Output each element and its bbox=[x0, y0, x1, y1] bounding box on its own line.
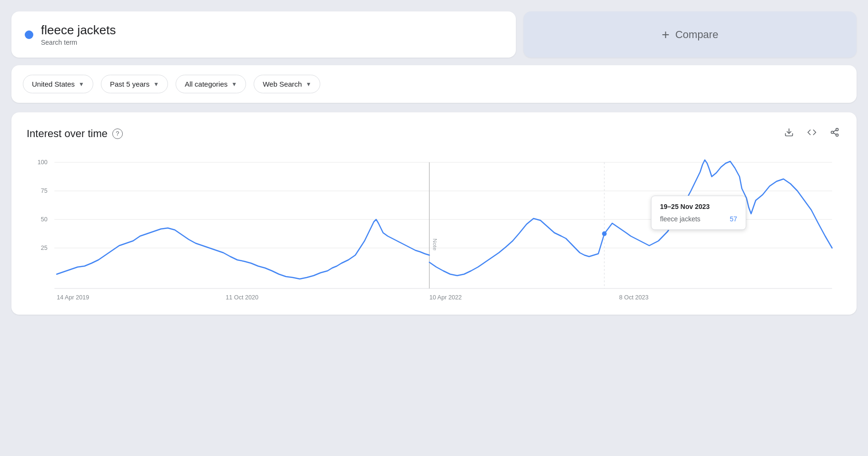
search-dot bbox=[25, 30, 33, 39]
search-card: fleece jackets Search term bbox=[11, 11, 516, 58]
svg-text:Note: Note bbox=[432, 238, 438, 251]
svg-text:11 Oct 2020: 11 Oct 2020 bbox=[226, 294, 258, 301]
svg-text:8 Oct 2023: 8 Oct 2023 bbox=[619, 294, 649, 301]
search-label: Search term bbox=[41, 39, 116, 46]
category-chevron-icon: ▼ bbox=[231, 81, 237, 88]
search-type-chevron-icon: ▼ bbox=[306, 81, 311, 88]
svg-text:10 Apr 2022: 10 Apr 2022 bbox=[429, 294, 462, 301]
svg-text:100: 100 bbox=[38, 159, 48, 166]
search-term: fleece jackets bbox=[41, 23, 116, 38]
compare-card[interactable]: + Compare bbox=[523, 11, 857, 58]
category-filter[interactable]: All categories ▼ bbox=[176, 75, 246, 93]
region-filter[interactable]: United States ▼ bbox=[23, 75, 93, 93]
chart-container: 100 75 50 25 14 Apr 2019 11 Oct 2020 10 … bbox=[27, 153, 841, 305]
time-chevron-icon: ▼ bbox=[153, 81, 159, 88]
search-type-filter-label: Web Search bbox=[263, 80, 302, 88]
svg-text:25: 25 bbox=[41, 244, 48, 251]
time-filter[interactable]: Past 5 years ▼ bbox=[101, 75, 168, 93]
svg-line-4 bbox=[833, 133, 836, 134]
download-button[interactable] bbox=[782, 126, 796, 141]
svg-text:75: 75 bbox=[41, 187, 48, 194]
chart-svg: 100 75 50 25 14 Apr 2019 11 Oct 2020 10 … bbox=[27, 153, 841, 305]
filters-card: United States ▼ Past 5 years ▼ All categ… bbox=[11, 65, 857, 103]
chart-actions bbox=[782, 126, 841, 141]
search-type-filter[interactable]: Web Search ▼ bbox=[254, 75, 320, 93]
compare-plus-icon: + bbox=[662, 27, 670, 42]
svg-text:50: 50 bbox=[41, 216, 48, 223]
help-icon[interactable]: ? bbox=[112, 129, 123, 139]
compare-label: Compare bbox=[675, 29, 718, 41]
svg-point-22 bbox=[602, 231, 607, 236]
search-text-group: fleece jackets Search term bbox=[41, 23, 116, 46]
chart-card: Interest over time ? bbox=[11, 112, 857, 315]
region-chevron-icon: ▼ bbox=[79, 81, 84, 88]
category-filter-label: All categories bbox=[185, 80, 227, 88]
svg-line-5 bbox=[833, 130, 836, 131]
share-button[interactable] bbox=[828, 126, 841, 141]
chart-title: Interest over time bbox=[27, 128, 108, 140]
svg-text:14 Apr 2019: 14 Apr 2019 bbox=[57, 294, 89, 301]
time-filter-label: Past 5 years bbox=[110, 80, 149, 88]
chart-title-group: Interest over time ? bbox=[27, 128, 123, 140]
chart-header: Interest over time ? bbox=[27, 126, 841, 141]
embed-button[interactable] bbox=[805, 126, 819, 141]
region-filter-label: United States bbox=[32, 80, 75, 88]
top-row: fleece jackets Search term + Compare bbox=[11, 11, 857, 58]
